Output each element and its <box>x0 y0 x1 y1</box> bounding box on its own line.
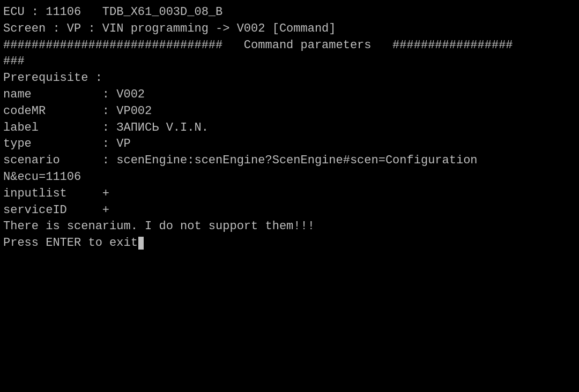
terminal-line-15: inputlist + <box>3 186 576 202</box>
terminal-line-7: Prerequisite : <box>3 70 576 87</box>
terminal-line-9: name : V002 <box>3 87 576 103</box>
terminal-line-12: type : VP <box>3 136 576 153</box>
terminal-line-18: There is scenarium. I do not support the… <box>3 218 576 235</box>
terminal-line-11: label : ЗАПИСЬ V.I.N. <box>3 120 576 137</box>
terminal-line-13: scenario : scenEngine:scenEngine?ScenEng… <box>3 153 576 169</box>
terminal-line-2: Screen : VP : VIN programming -> V002 [C… <box>3 21 576 37</box>
terminal-line-14: N&ecu=11106 <box>3 169 576 186</box>
terminal-line-5: ### <box>3 54 576 70</box>
terminal-line-1: ECU : 11106 TDB_X61_003D_08_B <box>3 4 576 21</box>
terminal-line-16: serviceID + <box>3 202 576 219</box>
terminal-line-4: ############################### Command … <box>3 37 576 54</box>
terminal-cursor <box>138 237 144 250</box>
terminal-line-10: codeMR : VP002 <box>3 103 576 120</box>
terminal-screen: ECU : 11106 TDB_X61_003D_08_BScreen : VP… <box>3 4 576 388</box>
terminal-line-20: Press ENTER to exit <box>3 235 576 252</box>
